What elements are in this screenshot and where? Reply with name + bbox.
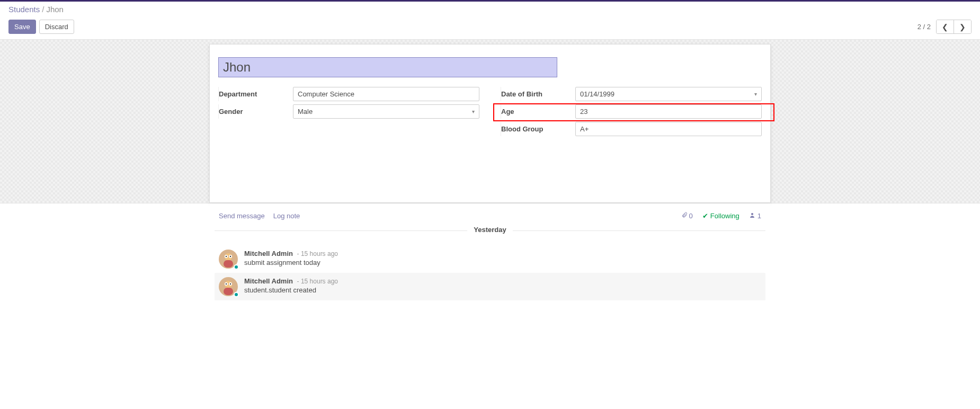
follower-count: 1 bbox=[758, 212, 761, 220]
pager-counter: 2 / 2 bbox=[917, 23, 931, 31]
svg-point-7 bbox=[230, 256, 231, 257]
field-row-department: Department bbox=[218, 87, 479, 101]
svg-rect-10 bbox=[224, 288, 233, 295]
following-button[interactable]: ✔ Following bbox=[702, 212, 740, 220]
calendar-caret-icon: ▾ bbox=[754, 91, 757, 97]
field-row-gender: Gender Male ▾ bbox=[218, 104, 479, 119]
breadcrumb: Students / Jhon bbox=[8, 5, 64, 14]
message-item: Mitchell Admin - 15 hours ago submit ass… bbox=[215, 245, 765, 273]
message-body: Mitchell Admin - 15 hours ago student.st… bbox=[244, 277, 338, 296]
header-bar: Students / Jhon bbox=[0, 2, 980, 16]
message-meta: - 15 hours ago bbox=[297, 250, 338, 257]
pager-nav: ❮ ❯ bbox=[936, 20, 972, 34]
discard-button[interactable]: Discard bbox=[39, 20, 74, 34]
form-sheet: Department Gender Male ▾ bbox=[209, 44, 771, 203]
message-author: Mitchell Admin bbox=[244, 250, 293, 257]
bloodgroup-label: Blood Group bbox=[501, 123, 575, 135]
following-label: Following bbox=[710, 212, 740, 220]
gender-label: Gender bbox=[219, 105, 293, 118]
attachment-count: 0 bbox=[689, 212, 693, 220]
pager-next-button[interactable]: ❯ bbox=[954, 20, 971, 33]
control-panel-left: Save Discard bbox=[8, 20, 74, 34]
dob-value: 01/14/1999 bbox=[580, 90, 614, 98]
svg-point-13 bbox=[226, 283, 227, 284]
message-author: Mitchell Admin bbox=[244, 277, 293, 285]
message-body: Mitchell Admin - 15 hours ago submit ass… bbox=[244, 250, 338, 269]
avatar bbox=[219, 277, 238, 296]
presence-indicator bbox=[234, 292, 239, 297]
followers-button[interactable]: 1 bbox=[749, 212, 761, 220]
pager-prev-button[interactable]: ❮ bbox=[937, 20, 954, 33]
message-meta: - 15 hours ago bbox=[297, 278, 338, 285]
user-icon bbox=[749, 212, 755, 220]
pager-current: 2 bbox=[917, 23, 921, 31]
dob-input[interactable]: 01/14/1999 ▾ bbox=[575, 87, 762, 101]
field-columns: Department Gender Male ▾ bbox=[218, 87, 762, 139]
breadcrumb-root[interactable]: Students bbox=[8, 5, 40, 14]
chatter-right: 0 ✔ Following 1 bbox=[681, 212, 761, 220]
log-note-link[interactable]: Log note bbox=[273, 212, 300, 220]
field-row-age: Age bbox=[501, 104, 762, 119]
control-panel: Save Discard 2 / 2 ❮ ❯ bbox=[0, 16, 980, 40]
attachments-button[interactable]: 0 bbox=[681, 212, 693, 220]
svg-point-6 bbox=[226, 256, 227, 257]
field-row-dob: Date of Birth 01/14/1999 ▾ bbox=[501, 87, 762, 101]
chevron-left-icon: ❮ bbox=[942, 23, 948, 31]
presence-indicator bbox=[234, 264, 239, 270]
svg-point-14 bbox=[230, 283, 231, 284]
chatter-links: Send message Log note bbox=[219, 212, 300, 220]
paperclip-icon bbox=[681, 212, 688, 220]
check-icon: ✔ bbox=[702, 212, 708, 220]
chevron-down-icon: ▾ bbox=[472, 109, 475, 114]
chatter: Send message Log note 0 ✔ Following 1 bbox=[209, 203, 771, 322]
save-button[interactable]: Save bbox=[8, 20, 36, 34]
svg-rect-3 bbox=[224, 260, 233, 268]
gender-select[interactable]: Male ▾ bbox=[293, 104, 479, 119]
divider-label: Yesterday bbox=[467, 226, 512, 234]
chatter-top: Send message Log note 0 ✔ Following 1 bbox=[215, 212, 765, 226]
send-message-link[interactable]: Send message bbox=[219, 212, 265, 220]
message-text: submit assignment today bbox=[244, 259, 338, 266]
svg-point-0 bbox=[751, 213, 753, 215]
department-input[interactable] bbox=[293, 87, 479, 101]
chatter-divider: Yesterday bbox=[215, 230, 765, 239]
dob-label: Date of Birth bbox=[501, 88, 575, 100]
breadcrumb-separator: / bbox=[42, 5, 44, 14]
chevron-right-icon: ❯ bbox=[959, 23, 966, 31]
breadcrumb-current: Jhon bbox=[46, 5, 64, 14]
field-col-left: Department Gender Male ▾ bbox=[218, 87, 479, 122]
department-label: Department bbox=[219, 88, 293, 100]
field-row-bloodgroup: Blood Group bbox=[501, 122, 762, 136]
workspace: Department Gender Male ▾ bbox=[0, 40, 980, 203]
name-input[interactable] bbox=[218, 57, 557, 77]
pager-total: 2 bbox=[927, 23, 931, 31]
age-label: Age bbox=[501, 105, 575, 118]
age-input[interactable] bbox=[575, 104, 762, 119]
message-text: student.student created bbox=[244, 286, 338, 294]
gender-value: Male bbox=[298, 108, 313, 115]
bloodgroup-input[interactable] bbox=[575, 122, 762, 136]
control-panel-right: 2 / 2 ❮ ❯ bbox=[917, 20, 972, 34]
message-item: Mitchell Admin - 15 hours ago student.st… bbox=[215, 273, 765, 300]
field-col-right: Date of Birth 01/14/1999 ▾ Age Bl bbox=[501, 87, 762, 139]
avatar bbox=[219, 250, 238, 269]
